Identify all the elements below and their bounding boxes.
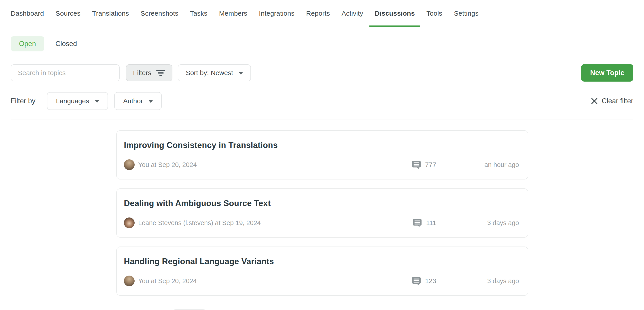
new-topic-button[interactable]: New Topic xyxy=(581,64,633,82)
nav-item-integrations[interactable]: Integrations xyxy=(259,0,294,27)
topic-author-line: Leane Stevens (l.stevens) at Sep 19, 202… xyxy=(138,219,261,227)
topics-toolbar: Filters Sort by: Newest New Topic xyxy=(11,64,633,82)
nav-item-screenshots[interactable]: Screenshots xyxy=(141,0,178,27)
nav-item-reports[interactable]: Reports xyxy=(306,0,330,27)
nav-item-members[interactable]: Members xyxy=(219,0,247,27)
comment-icon xyxy=(412,218,422,228)
author-avatar xyxy=(124,276,134,286)
chevron-down-icon xyxy=(95,100,99,103)
sort-by-label: Sort by: Newest xyxy=(186,69,233,77)
filter-by-label: Filter by xyxy=(11,97,35,105)
comment-icon xyxy=(412,160,421,169)
nav-item-settings[interactable]: Settings xyxy=(454,0,478,27)
comment-count: 123 xyxy=(425,277,436,285)
topic-card[interactable]: Handling Regional Language Variants You … xyxy=(116,247,528,296)
topic-title[interactable]: Dealing with Ambiguous Source Text xyxy=(124,199,519,208)
top-navigation: Dashboard Sources Translations Screensho… xyxy=(0,0,644,27)
clear-filter-button[interactable]: Clear filter xyxy=(591,97,633,105)
comment-count-block: 123 xyxy=(412,276,436,286)
discussions-page: Dashboard Sources Translations Screensho… xyxy=(0,0,644,310)
nav-item-tasks[interactable]: Tasks xyxy=(190,0,208,27)
topic-card[interactable]: Dealing with Ambiguous Source Text Leane… xyxy=(116,188,528,238)
sort-by-dropdown[interactable]: Sort by: Newest xyxy=(178,64,251,81)
nav-item-tools[interactable]: Tools xyxy=(426,0,442,27)
topic-last-activity: an hour ago xyxy=(463,161,519,169)
nav-item-discussions[interactable]: Discussions xyxy=(375,0,415,27)
tab-open[interactable]: Open xyxy=(11,36,44,51)
topic-last-activity: 3 days ago xyxy=(463,277,519,285)
nav-item-translations[interactable]: Translations xyxy=(92,0,129,27)
comment-count: 777 xyxy=(425,161,436,169)
author-filter-label: Author xyxy=(123,97,143,105)
topics-list: Improving Consistency in Translations Yo… xyxy=(116,130,528,296)
languages-filter-label: Languages xyxy=(56,97,89,105)
languages-filter-dropdown[interactable]: Languages xyxy=(47,92,108,110)
topic-meta: You at Sep 20, 2024 777 an hour ago xyxy=(124,159,519,170)
search-input[interactable] xyxy=(11,64,120,81)
comment-count-block: 777 xyxy=(412,160,436,169)
filters-button[interactable]: Filters xyxy=(126,64,172,81)
close-icon xyxy=(591,98,598,104)
topic-meta: You at Sep 20, 2024 123 3 days ago xyxy=(124,276,519,286)
tab-closed[interactable]: Closed xyxy=(56,40,77,48)
nav-item-sources[interactable]: Sources xyxy=(56,0,80,27)
author-avatar xyxy=(124,159,134,170)
clear-filter-label: Clear filter xyxy=(602,97,633,105)
filter-bar: Filter by Languages Author Clear filter xyxy=(11,92,633,110)
comment-count: 111 xyxy=(426,219,436,227)
topic-last-activity: 3 days ago xyxy=(463,219,519,227)
topic-author-line: You at Sep 20, 2024 xyxy=(138,161,197,169)
filter-lines-icon xyxy=(156,70,165,76)
status-tabs: Open Closed xyxy=(11,36,633,51)
comment-count-block: 111 xyxy=(412,218,436,228)
section-divider xyxy=(11,120,633,120)
topic-card[interactable]: Improving Consistency in Translations Yo… xyxy=(116,130,528,179)
pagination: 1-3 out of 3 xyxy=(116,302,528,310)
comment-icon xyxy=(412,276,421,286)
filters-button-label: Filters xyxy=(133,69,152,77)
topic-author-line: You at Sep 20, 2024 xyxy=(138,277,197,285)
author-avatar xyxy=(124,218,134,228)
nav-item-dashboard[interactable]: Dashboard xyxy=(11,0,44,27)
chevron-down-icon xyxy=(149,100,153,103)
author-filter-dropdown[interactable]: Author xyxy=(114,92,162,110)
chevron-down-icon xyxy=(239,72,243,75)
topic-meta: Leane Stevens (l.stevens) at Sep 19, 202… xyxy=(124,218,519,228)
nav-item-activity[interactable]: Activity xyxy=(342,0,363,27)
topic-title[interactable]: Handling Regional Language Variants xyxy=(124,257,519,266)
topic-title[interactable]: Improving Consistency in Translations xyxy=(124,141,519,150)
